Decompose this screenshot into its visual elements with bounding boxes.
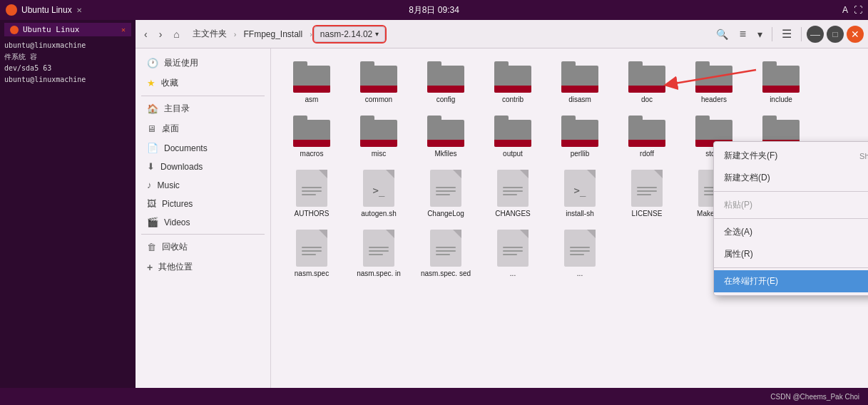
sidebar-label-music: Music <box>158 180 180 190</box>
file-item-install-sh[interactable]: >_ install-sh <box>548 165 612 222</box>
sidebar-item-pictures[interactable]: 🖼 Pictures <box>138 195 267 212</box>
home-button[interactable]: ⌂ <box>169 26 183 43</box>
close-button[interactable]: ✕ <box>847 26 864 43</box>
file-label: nasm.spec <box>295 270 329 278</box>
menu-item-label: 全选(A) <box>724 226 752 238</box>
list-view-button[interactable]: ≡ <box>735 25 750 43</box>
folder-icon <box>561 116 598 147</box>
folder-icon <box>360 116 397 147</box>
file-item-asm[interactable]: asm <box>280 57 344 108</box>
file-item-disasm[interactable]: disasm <box>548 57 612 108</box>
file-icon <box>631 170 663 207</box>
view-options-button[interactable]: ▾ <box>753 26 767 43</box>
context-menu-item-select-all[interactable]: 全选(A)Ctrl+A <box>714 221 868 243</box>
file-item-partial2[interactable]: ... <box>548 225 612 282</box>
list-view-icon: ≡ <box>740 28 746 41</box>
documents-icon: 📄 <box>147 143 158 153</box>
context-menu-item-properties[interactable]: 属性(R) <box>714 243 868 265</box>
file-label: macros <box>300 150 324 158</box>
terminal-close[interactable]: ✕ <box>121 26 126 34</box>
sidebar-item-other[interactable]: + 其他位置 <box>138 257 267 277</box>
file-item-include[interactable]: include <box>749 57 813 108</box>
file-item-ChangeLog[interactable]: ChangeLog <box>414 165 478 222</box>
sidebar-label-downloads: Downloads <box>160 162 203 172</box>
context-menu-divider <box>714 191 868 192</box>
menu-button[interactable]: ☰ <box>777 24 796 43</box>
file-label: nasm.spec. in <box>357 270 401 278</box>
sidebar-label-other: 其他位置 <box>158 261 193 273</box>
breadcrumb-sep-1: › <box>234 30 237 39</box>
context-menu-item-open-terminal[interactable]: 在终端打开(E) <box>714 270 868 292</box>
folder-icon <box>695 61 732 93</box>
file-item-misc[interactable]: misc <box>347 111 411 163</box>
indicator-a[interactable]: A <box>842 5 848 15</box>
file-item-common[interactable]: common <box>347 57 411 108</box>
sidebar-label-desktop: 桌面 <box>162 123 179 135</box>
file-item-macros[interactable]: macros <box>280 111 344 163</box>
file-manager: ‹ › ⌂ 主文件夹 › FFmpeg_Install › nasm-2.14.… <box>136 20 868 388</box>
sidebar-item-home[interactable]: 🏠 主目录 <box>138 99 267 118</box>
file-item-nasm.spec[interactable]: nasm.spec <box>280 225 344 282</box>
file-item-Mkfiles[interactable]: Mkfiles <box>414 111 478 163</box>
file-item-config[interactable]: config <box>414 57 478 108</box>
folder-icon <box>293 61 330 93</box>
main-area: Ubuntu Linux ✕ ubuntu@linuxmachine 件系统 容… <box>0 20 868 388</box>
bookmarks-icon: ★ <box>147 78 155 88</box>
videos-icon: 🎬 <box>147 217 158 227</box>
breadcrumb-current-label: nasm-2.14.02 <box>320 29 372 39</box>
context-menu-item-new-doc[interactable]: 新建文档(D)› <box>714 167 868 189</box>
menu-shortcut: Shift+Ctrl+N <box>859 152 868 160</box>
folder-icon <box>427 116 464 147</box>
file-label: contrib <box>502 96 524 104</box>
toolbar-separator-2 <box>801 27 802 41</box>
sidebar-item-trash[interactable]: 🗑 回收站 <box>138 237 267 257</box>
breadcrumb-path1[interactable]: FFmpeg_Install <box>238 27 308 41</box>
file-label: nasm.spec. sed <box>421 270 471 278</box>
file-item-LICENSE[interactable]: LICENSE <box>615 165 679 222</box>
file-item-rdoff[interactable]: rdoff <box>615 111 679 163</box>
file-label: include <box>770 96 792 104</box>
search-icon: 🔍 <box>716 29 728 40</box>
forward-button[interactable]: › <box>155 26 167 43</box>
file-label: rdoff <box>640 150 654 158</box>
sidebar-item-downloads[interactable]: ⬇ Downloads <box>138 158 267 175</box>
file-label: LICENSE <box>632 210 663 218</box>
sidebar-item-desktop[interactable]: 🖥 桌面 <box>138 119 267 138</box>
file-item-nasm.spec.sed[interactable]: nasm.spec. sed <box>414 225 478 282</box>
close-tab-btn[interactable]: ✕ <box>76 6 82 14</box>
breadcrumb-current[interactable]: nasm-2.14.02 ▾ <box>314 26 385 42</box>
search-button[interactable]: 🔍 <box>712 26 732 43</box>
file-label: doc <box>641 96 653 104</box>
breadcrumb-home[interactable]: 主文件夹 <box>187 26 233 42</box>
menu-item-label: 新建文件夹(F) <box>724 150 777 162</box>
file-icon <box>564 230 596 267</box>
back-button[interactable]: ‹ <box>140 26 152 43</box>
file-item-nasm.spec.in[interactable]: nasm.spec. in <box>347 225 411 282</box>
file-item-contrib[interactable]: contrib <box>481 57 545 108</box>
file-icon <box>296 170 327 207</box>
file-item-AUTHORS[interactable]: AUTHORS <box>280 165 344 222</box>
sidebar-item-documents[interactable]: 📄 Documents <box>138 139 267 157</box>
file-item-CHANGES[interactable]: CHANGES <box>481 165 545 222</box>
sidebar-divider-2 <box>141 234 265 235</box>
maximize-button[interactable]: □ <box>827 26 844 43</box>
file-label: output <box>503 150 523 158</box>
music-icon: ♪ <box>147 180 152 190</box>
system-top-bar: Ubuntu Linux ✕ 8月8日 09:34 A ⛶ <box>0 0 868 20</box>
file-item-partial1[interactable]: ... <box>481 225 545 282</box>
file-item-perllib[interactable]: perllib <box>548 111 612 163</box>
sidebar-item-recent[interactable]: 🕐 最近使用 <box>138 53 267 73</box>
file-item-output[interactable]: output <box>481 111 545 163</box>
sidebar-item-music[interactable]: ♪ Music <box>138 176 267 194</box>
file-label: headers <box>701 96 727 104</box>
context-menu-item-new-folder[interactable]: 新建文件夹(F)Shift+Ctrl+N <box>714 145 868 167</box>
sidebar-label-recent: 最近使用 <box>164 57 198 69</box>
toolbar-separator <box>772 27 772 41</box>
sidebar-item-videos[interactable]: 🎬 Videos <box>138 213 267 231</box>
minimize-button[interactable]: — <box>807 26 824 43</box>
file-item-doc[interactable]: doc <box>615 57 679 108</box>
file-item-autogen.sh[interactable]: >_ autogen.sh <box>347 165 411 222</box>
sidebar-item-bookmarks[interactable]: ★ 收藏 <box>138 73 267 93</box>
file-item-headers[interactable]: headers <box>682 57 746 108</box>
terminal-line-2: 件系统 容 <box>4 52 131 62</box>
